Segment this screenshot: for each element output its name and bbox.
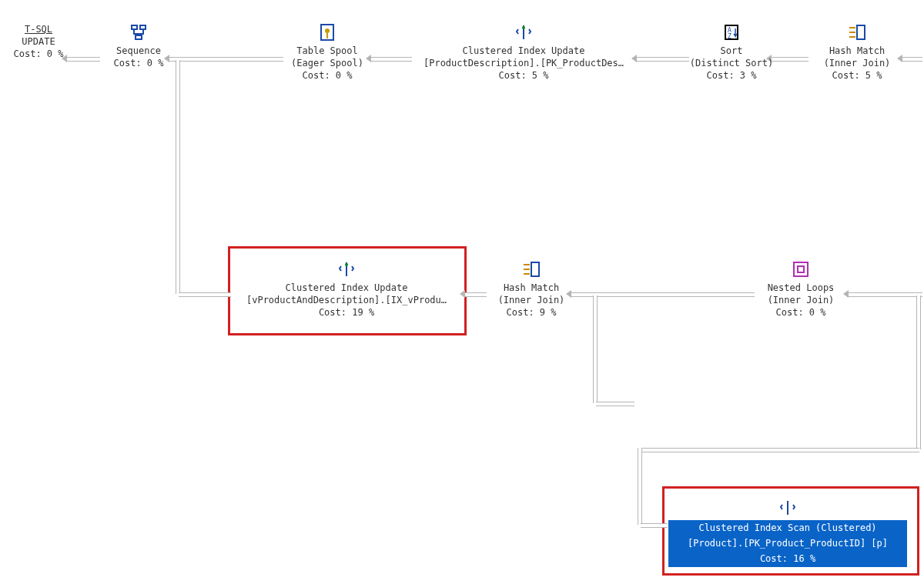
svg-rect-11 <box>531 262 539 276</box>
node-cost: Cost: 0 % <box>775 307 825 318</box>
arrow <box>641 523 668 528</box>
svg-rect-1 <box>140 25 146 29</box>
node-label: Sort <box>721 45 743 56</box>
node-label: Sequence <box>116 45 161 56</box>
svg-point-5 <box>522 26 525 29</box>
sequence-icon <box>129 23 148 42</box>
node-label: Hash Match <box>829 45 885 56</box>
arrow <box>179 292 231 297</box>
plan-node-clustered-index-scan[interactable]: Clustered Index Scan (Clustered) [Produc… <box>668 499 907 567</box>
svg-rect-9 <box>857 25 865 39</box>
node-cost: Cost: 16 % <box>668 551 907 566</box>
node-label: Clustered Index Update <box>286 282 408 293</box>
node-cost: Cost: 0 % <box>13 48 63 59</box>
hash-match-icon <box>848 23 866 42</box>
arrow <box>635 57 689 62</box>
arrow <box>370 57 412 62</box>
svg-point-10 <box>345 263 348 266</box>
arrow <box>168 57 283 62</box>
index-scan-icon <box>778 499 797 517</box>
arrow <box>570 292 755 297</box>
node-cost: Cost: 5 % <box>498 70 548 81</box>
arrow <box>916 295 921 449</box>
arrow <box>847 292 922 297</box>
node-obj: [vProductAndDescription].[IX_vProdu… <box>246 295 447 305</box>
index-update-icon <box>514 23 533 42</box>
sort-icon: AZ <box>722 23 741 42</box>
nested-loops-icon <box>792 260 810 279</box>
plan-node-clustered-index-update[interactable]: Clustered Index Update [ProductDescripti… <box>412 23 635 82</box>
hash-match-icon <box>522 260 541 279</box>
svg-rect-2 <box>136 35 142 39</box>
table-spool-icon <box>318 23 336 42</box>
node-label: Nested Loops <box>768 282 835 293</box>
plan-node-hash-match[interactable]: Hash Match (Inner Join) Cost: 5 % <box>807 23 907 82</box>
plan-node-tsql[interactable]: T-SQL UPDATE Cost: 0 % <box>8 23 69 61</box>
plan-node-table-spool[interactable]: Table Spool (Eager Spool) Cost: 0 % <box>281 23 373 82</box>
arrow <box>638 448 642 525</box>
node-cost: Cost: 5 % <box>832 70 882 81</box>
arrow <box>593 295 598 403</box>
svg-point-4 <box>325 28 330 33</box>
index-update-icon <box>337 260 356 279</box>
node-label: Hash Match <box>504 282 559 293</box>
node-sub: (Eager Spool) <box>291 58 363 68</box>
arrow <box>464 292 487 297</box>
node-label: Clustered Index Update <box>463 45 585 56</box>
arrow <box>596 402 634 406</box>
arrow <box>176 60 180 294</box>
node-cost: Cost: 0 % <box>302 70 352 81</box>
node-cost: Cost: 19 % <box>319 307 374 318</box>
plan-node-clustered-index-update[interactable]: Clustered Index Update [vProductAndDescr… <box>231 260 462 319</box>
node-sub: (Distinct Sort) <box>690 58 773 68</box>
node-op: UPDATE <box>22 36 55 47</box>
node-label: Clustered Index Scan (Clustered) <box>668 520 907 536</box>
node-obj: [ProductDescription].[PK_ProductDes… <box>424 58 624 68</box>
plan-node-nested-loops[interactable]: Nested Loops (Inner Join) Cost: 0 % <box>751 260 851 319</box>
plan-node-sequence[interactable]: Sequence Cost: 0 % <box>100 23 177 69</box>
node-sub: (Inner Join) <box>768 295 835 305</box>
svg-rect-12 <box>794 262 808 276</box>
plan-node-hash-match[interactable]: Hash Match (Inner Join) Cost: 9 % <box>485 260 578 319</box>
node-obj: [Product].[PK_Product_ProductID] [p] <box>668 536 907 551</box>
arrow <box>65 57 100 62</box>
node-label: Table Spool <box>296 45 357 56</box>
node-sub: (Inner Join) <box>824 58 891 68</box>
svg-rect-0 <box>132 25 137 29</box>
node-sub: (Inner Join) <box>498 295 565 305</box>
plan-node-sort[interactable]: AZ Sort (Distinct Sort) Cost: 3 % <box>685 23 778 82</box>
svg-text:Z: Z <box>728 33 732 40</box>
node-cost: Cost: 0 % <box>113 58 163 68</box>
node-header: T-SQL <box>8 23 69 35</box>
arrow <box>639 448 919 452</box>
node-cost: Cost: 3 % <box>706 70 756 81</box>
node-cost: Cost: 9 % <box>506 307 556 318</box>
